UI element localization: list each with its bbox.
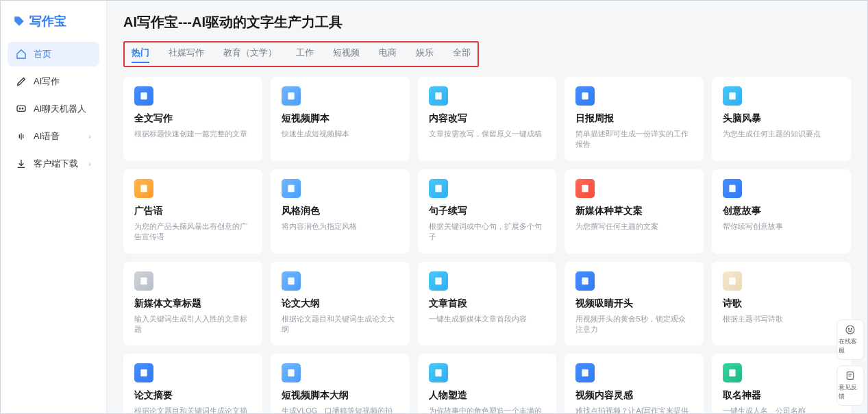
svg-rect-10 xyxy=(436,94,440,95)
card-title: 新媒体文章标题 xyxy=(134,297,251,310)
svg-rect-46 xyxy=(731,279,734,280)
card-desc: 根据关键词或中心句，扩展多个句子 xyxy=(429,221,546,243)
tab-shortvideo[interactable]: 短视频 xyxy=(333,47,360,63)
svg-rect-34 xyxy=(142,279,145,280)
card-desc: 为你故事中的角色塑造一个丰满的人物形象 xyxy=(429,406,546,413)
tool-card[interactable]: 新媒体种草文案为您撰写任何主题的文案 xyxy=(565,169,704,254)
svg-rect-4 xyxy=(142,94,145,95)
tool-card[interactable]: 视频吸睛开头用视频开头的黄金5秒，锁定观众注意力 xyxy=(565,262,704,346)
tool-card[interactable]: 取名神器一键生成人名、公司名称 xyxy=(712,354,851,413)
svg-rect-66 xyxy=(847,372,853,380)
name-icon xyxy=(723,363,742,382)
card-desc: 根据标题快速创建一篇完整的文章 xyxy=(134,129,251,139)
sidebar-item-ai-writing[interactable]: AI写作 xyxy=(8,69,99,94)
svg-rect-13 xyxy=(584,94,587,95)
tool-grid: 全文写作根据标题快速创建一篇完整的文章短视频脚本快速生成短视频脚本内容改写文章按… xyxy=(123,77,851,413)
home-icon xyxy=(16,49,27,60)
card-title: 内容改写 xyxy=(429,112,546,125)
report-icon xyxy=(575,86,595,106)
svg-rect-52 xyxy=(289,372,293,372)
tool-card[interactable]: 广告语为您的产品头脑风暴出有创意的广告宣传语 xyxy=(123,169,262,254)
document-icon xyxy=(134,86,153,106)
card-title: 诗歌 xyxy=(723,297,840,310)
tool-card[interactable]: 文章首段一键生成新媒体文章首段内容 xyxy=(418,262,557,346)
sidebar-item-label: 客户端下载 xyxy=(34,158,78,170)
card-desc: 为您的产品头脑风暴出有创意的广告宣传语 xyxy=(134,221,251,243)
sidebar-item-voice[interactable]: AI语音 › xyxy=(8,124,99,149)
outline-icon xyxy=(282,271,301,291)
sidebar-item-label: AI写作 xyxy=(34,75,60,88)
logo[interactable]: 写作宝 xyxy=(1,8,106,39)
tool-card[interactable]: 诗歌根据主题书写诗歌 xyxy=(712,262,851,346)
sidebar-item-label: AI聊天机器人 xyxy=(34,103,86,115)
tool-card[interactable]: 日报周报简单描述即可生成一份详实的工作报告 xyxy=(565,77,704,161)
card-desc: 一键生成人名、公司名称 xyxy=(723,406,840,413)
card-desc: 快速生成短视频脚本 xyxy=(282,129,399,139)
feedback-button[interactable]: 意见反馈 xyxy=(836,365,864,406)
card-title: 视频吸睛开头 xyxy=(575,297,693,310)
brain-icon xyxy=(723,86,742,106)
main-content: AI写作宝---AI驱动的文字生产力工具 热门 社媒写作 教育（文学） 工作 短… xyxy=(107,1,867,413)
svg-rect-37 xyxy=(289,279,293,280)
svg-rect-53 xyxy=(289,373,292,374)
card-title: 视频内容灵感 xyxy=(575,389,693,402)
chat-icon xyxy=(16,103,27,114)
tab-entertainment[interactable]: 娱乐 xyxy=(416,47,434,63)
card-desc: 难找点拍视频？让AI写作宝来提供灵感 xyxy=(575,406,693,413)
svg-rect-16 xyxy=(731,94,734,95)
card-desc: 文章按需改写，保留原义一键成稿 xyxy=(429,129,546,139)
person-icon xyxy=(429,363,448,382)
pencil-icon xyxy=(16,76,27,87)
category-tabs: 热门 社媒写作 教育（文学） 工作 短视频 电商 娱乐 全部 xyxy=(123,41,479,67)
ad-icon xyxy=(134,179,153,198)
tab-social[interactable]: 社媒写作 xyxy=(169,47,204,63)
video-outline-icon xyxy=(282,363,301,382)
sidebar-item-home[interactable]: 首页 xyxy=(8,42,99,66)
svg-rect-58 xyxy=(584,372,587,372)
tool-card[interactable]: 视频内容灵感难找点拍视频？让AI写作宝来提供灵感 xyxy=(565,354,704,413)
tool-card[interactable]: 创意故事帮你续写创意故事 xyxy=(712,169,851,254)
svg-rect-43 xyxy=(584,279,587,280)
svg-point-65 xyxy=(851,328,852,329)
svg-rect-19 xyxy=(142,186,145,187)
card-title: 新媒体种草文案 xyxy=(575,205,693,217)
tool-card[interactable]: 短视频脚本大纲生成VLOG、口播稿等短视频的拍摄大纲 xyxy=(271,354,410,413)
card-title: 广告语 xyxy=(134,205,251,217)
card-title: 全文写作 xyxy=(134,112,251,125)
sidebar: 写作宝 首页 AI写作 AI聊天机器人 AI语音 › 客户端下载 xyxy=(1,1,107,413)
tool-card[interactable]: 人物塑造为你故事中的角色塑造一个丰满的人物形象 xyxy=(418,354,557,413)
tab-work[interactable]: 工作 xyxy=(296,47,314,63)
svg-rect-61 xyxy=(731,372,734,372)
rewrite-icon xyxy=(429,86,448,106)
tab-all[interactable]: 全部 xyxy=(453,47,471,63)
page-title: AI写作宝---AI驱动的文字生产力工具 xyxy=(123,13,851,32)
svg-rect-49 xyxy=(142,372,145,372)
sidebar-item-download[interactable]: 客户端下载 › xyxy=(8,151,99,176)
svg-rect-26 xyxy=(436,188,439,189)
tab-hot[interactable]: 热门 xyxy=(132,47,149,63)
svg-rect-23 xyxy=(289,188,292,189)
tool-card[interactable]: 全文写作根据标题快速创建一篇完整的文章 xyxy=(123,77,262,161)
tab-education[interactable]: 教育（文学） xyxy=(223,47,277,63)
tool-card[interactable]: 短视频脚本快速生成短视频脚本 xyxy=(271,77,410,161)
tool-card[interactable]: 头脑风暴为您生成任何主题的知识要点 xyxy=(712,77,851,161)
svg-rect-41 xyxy=(436,281,439,282)
tool-card[interactable]: 论文摘要根据论文题目和关键词生成论文摘要 xyxy=(123,354,262,413)
card-title: 创意故事 xyxy=(723,205,840,217)
card-desc: 将内容润色为指定风格 xyxy=(282,221,399,232)
tool-card[interactable]: 论文大纲根据论文题目和关键词生成论文大纲 xyxy=(271,262,410,346)
svg-rect-29 xyxy=(584,188,586,189)
card-desc: 根据论文题目和关键词生成论文大纲 xyxy=(282,314,399,335)
tool-card[interactable]: 内容改写文章按需改写，保留原义一键成稿 xyxy=(418,77,557,161)
tool-card[interactable]: 句子续写根据关键词或中心句，扩展多个句子 xyxy=(418,169,557,254)
card-title: 文章首段 xyxy=(429,297,546,310)
svg-rect-14 xyxy=(584,96,586,97)
svg-rect-25 xyxy=(436,186,440,187)
tab-ecommerce[interactable]: 电商 xyxy=(379,47,397,63)
support-button[interactable]: 在线客服 xyxy=(836,319,864,360)
polish-icon xyxy=(282,179,301,198)
sidebar-item-chatbot[interactable]: AI聊天机器人 xyxy=(8,97,99,121)
tool-card[interactable]: 新媒体文章标题输入关键词生成引人入胜的文章标题 xyxy=(123,262,262,346)
tool-card[interactable]: 风格润色将内容润色为指定风格 xyxy=(271,169,410,254)
svg-rect-7 xyxy=(289,94,293,95)
